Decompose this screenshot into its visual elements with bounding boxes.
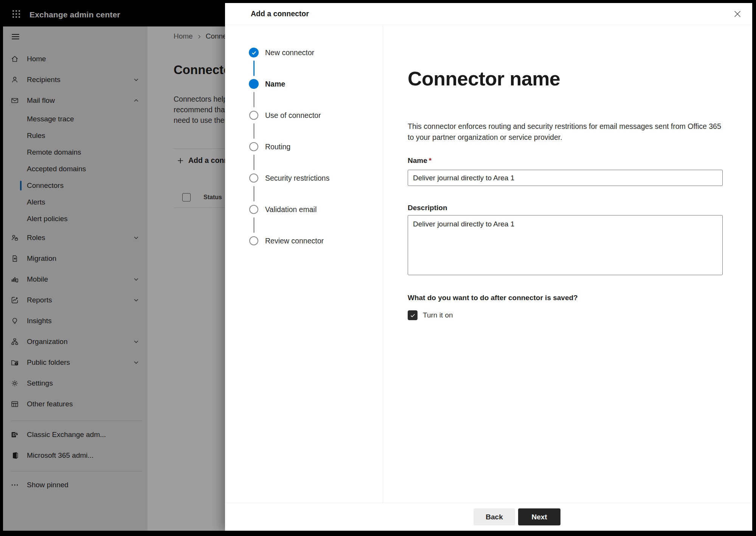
step-connector-line xyxy=(253,186,255,201)
name-label-text: Name xyxy=(408,156,427,164)
dialog-header: Add a connector xyxy=(225,3,752,25)
wizard-step-new-connector[interactable]: New connector xyxy=(249,48,314,57)
step-completed-icon xyxy=(249,48,259,57)
name-input[interactable] xyxy=(408,170,723,186)
step-upcoming-icon xyxy=(249,142,258,151)
next-button[interactable]: Next xyxy=(518,508,560,525)
after-save-question: What do you want to do after connector i… xyxy=(408,294,723,302)
wizard-step-validation-email[interactable]: Validation email xyxy=(249,204,317,214)
step-description-line: to your partner organization or service … xyxy=(408,132,723,143)
step-connector-line xyxy=(253,60,255,76)
wizard-step-label: Use of connector xyxy=(265,111,321,120)
close-button[interactable] xyxy=(732,8,743,20)
step-upcoming-icon xyxy=(249,236,258,245)
wizard-step-use-of-connector[interactable]: Use of connector xyxy=(249,110,321,120)
checkmark-icon xyxy=(410,312,416,319)
description-field-label: Description xyxy=(408,204,723,212)
step-connector-line xyxy=(253,123,255,139)
description-textarea[interactable]: Deliver journal directly to Area 1 xyxy=(408,215,723,275)
wizard-step-label: New connector xyxy=(265,48,314,57)
dialog-footer: Back Next xyxy=(225,503,752,531)
wizard-step-label: Routing xyxy=(265,143,290,151)
back-button[interactable]: Back xyxy=(473,508,515,525)
turn-on-row: Turn it on xyxy=(408,310,723,320)
step-current-icon xyxy=(249,79,259,89)
wizard-step-review-connector[interactable]: Review connector xyxy=(249,236,324,246)
wizard-step-label: Validation email xyxy=(265,205,317,214)
required-asterisk: * xyxy=(429,156,432,164)
step-upcoming-icon xyxy=(249,111,258,120)
wizard-step-label: Security restrictions xyxy=(265,174,329,183)
wizard-step-label: Review connector xyxy=(265,237,324,245)
step-connector-line xyxy=(253,155,255,170)
close-icon xyxy=(733,9,742,19)
step-description: This connector enforces routing and secu… xyxy=(408,121,723,143)
wizard-steps: New connectorNameUse of connectorRouting… xyxy=(225,25,383,503)
step-upcoming-icon xyxy=(249,174,258,183)
wizard-step-routing[interactable]: Routing xyxy=(249,142,290,152)
step-description-line: This connector enforces routing and secu… xyxy=(408,121,723,132)
name-field-label: Name* xyxy=(408,156,723,165)
step-connector-line xyxy=(253,217,255,233)
step-upcoming-icon xyxy=(249,205,258,214)
wizard-step-security-restrictions[interactable]: Security restrictions xyxy=(249,173,329,183)
turn-on-checkbox[interactable] xyxy=(408,310,418,320)
add-connector-dialog: Add a connector New connectorNameUse of … xyxy=(225,3,752,531)
step-heading: Connector name xyxy=(408,67,723,90)
screen: Exchange admin center HomeRecipientsMail… xyxy=(3,3,752,531)
dialog-body: New connectorNameUse of connectorRouting… xyxy=(225,25,752,503)
turn-on-label: Turn it on xyxy=(423,311,453,319)
wizard-step-name[interactable]: Name xyxy=(249,79,285,89)
wizard-step-label: Name xyxy=(265,80,285,88)
wizard-content: Connector name This connector enforces r… xyxy=(383,25,752,503)
step-connector-line xyxy=(253,92,255,107)
dialog-title: Add a connector xyxy=(251,9,309,18)
